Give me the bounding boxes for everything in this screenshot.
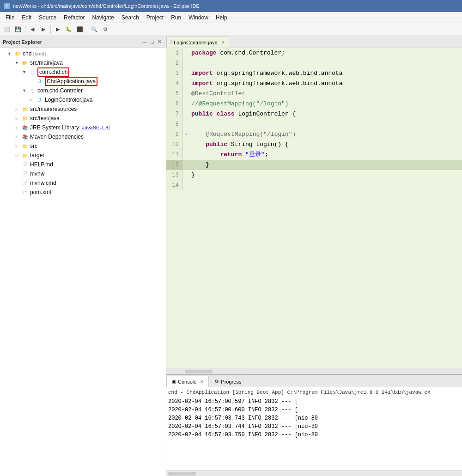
code-line-8: 8 xyxy=(166,119,462,129)
menu-search[interactable]: Search xyxy=(118,13,143,22)
console-content: chd - ChdApplication [Spring Boot App] C… xyxy=(166,387,462,470)
mvnw-icon: 📄 xyxy=(21,170,29,177)
tree-item-help-md[interactable]: ▷ 📄 HELP.md xyxy=(0,160,166,169)
tree-item-jre[interactable]: ▷ 📚 JRE System Library [JavaSE-1.8] xyxy=(0,123,166,132)
console-line-3: 2020-02-04 16:57:03.743 INFO 2832 --- [n… xyxy=(168,414,460,422)
editor-tab-close[interactable]: ✕ xyxy=(221,40,225,45)
editor-hscroll[interactable] xyxy=(166,368,462,374)
menu-window[interactable]: Window xyxy=(185,13,212,22)
toolbar-run[interactable]: ▶ xyxy=(53,24,63,35)
tree-label-src-main-resources: src/main/resources xyxy=(30,106,77,112)
console-tab[interactable]: ▣ Console ✕ xyxy=(166,376,209,387)
editor-tab-label: LoginControler.java xyxy=(174,40,218,45)
folder-icon-target: 📁 xyxy=(21,152,29,159)
tree-label-jre: JRE System Library [JavaSE-1.8] xyxy=(30,124,109,131)
toolbar-search[interactable]: 🔍 xyxy=(89,24,99,35)
tree-item-mvnw[interactable]: ▷ 📄 mvnw xyxy=(0,169,166,178)
code-line-9: 9 ◂ @RequestMapping("/login") xyxy=(166,129,462,140)
code-line-1: 1 package com.chd.Controler; xyxy=(166,48,462,58)
console-tab-close[interactable]: ✕ xyxy=(200,379,204,384)
progress-tab-label: Progress xyxy=(221,379,241,384)
main-area: Project Explorer — □ ✕ ▼ 📁 chd [boot] ▼ … xyxy=(0,36,462,476)
tree-item-src[interactable]: ▷ 📁 src xyxy=(0,141,166,151)
toolbar-back[interactable]: ◀ xyxy=(27,24,37,35)
toolbar-settings[interactable]: ⚙ xyxy=(100,24,110,35)
toolbar-sep-3 xyxy=(87,25,87,34)
tree-label-com-chd-controler: com.chd.Controler xyxy=(37,87,83,94)
toolbar-forward[interactable]: ▶ xyxy=(38,24,49,35)
folder-icon: 📂 xyxy=(21,59,29,67)
menu-run[interactable]: Run xyxy=(167,13,185,22)
project-explorer-panel: Project Explorer — □ ✕ ▼ 📁 chd [boot] ▼ … xyxy=(0,36,166,476)
toolbar-stop[interactable]: ⬛ xyxy=(75,24,85,35)
tree-item-chd[interactable]: ▼ 📁 chd [boot] xyxy=(0,49,166,58)
explorer-close[interactable]: ✕ xyxy=(156,39,163,45)
tree-label-pom-xml: pom.xml xyxy=(30,189,51,195)
console-line-2: 2020-02-04 16:57:00.600 INFO 2832 --- [ xyxy=(168,406,460,414)
toolbar-save[interactable]: 💾 xyxy=(13,24,23,35)
folder-icon-3: 📁 xyxy=(21,115,29,122)
tree-label-help-md: HELP.md xyxy=(30,161,53,168)
code-line-5: 5 @RestController xyxy=(166,89,462,99)
package-icon: ⬡ xyxy=(29,68,36,76)
progress-tab-icon: ⟳ xyxy=(215,378,219,384)
toolbar-debug[interactable]: 🐛 xyxy=(64,24,74,35)
tree-item-com-chd-ch[interactable]: ▼ ⬡ com.chd.ch xyxy=(0,67,166,77)
explorer-minimize[interactable]: — xyxy=(140,39,148,45)
explorer-buttons: — □ ✕ xyxy=(140,39,163,45)
tree-item-src-test-java[interactable]: ▷ 📁 src/test/java xyxy=(0,114,166,123)
bottom-hscroll[interactable] xyxy=(166,470,462,476)
tree-label-chd-application: ChdApplication.java xyxy=(45,78,97,85)
tree-item-pom-xml[interactable]: ▷ 🗋 pom.xml xyxy=(0,188,166,197)
tree-label-maven: Maven Dependencies xyxy=(30,134,84,140)
menu-file[interactable]: File xyxy=(2,13,18,22)
code-line-6: 6 //@RequestMapping("/login") xyxy=(166,99,462,109)
tree-label-target: target xyxy=(30,152,44,159)
tab-java-icon: J xyxy=(170,40,172,45)
console-line-5: 2020-02-04 16:57:03.750 INFO 2832 --- [n… xyxy=(168,431,460,439)
explorer-title: Project Explorer xyxy=(3,39,42,45)
menu-refactor[interactable]: Refactor xyxy=(60,13,88,22)
menu-navigate[interactable]: Navigate xyxy=(88,13,117,22)
tree-item-src-main-resources[interactable]: ▷ 📁 src/main/resources xyxy=(0,104,166,114)
code-line-3: 3 import org.springframework.web.bind.an… xyxy=(166,68,462,79)
editor-tabs: J LoginControler.java ✕ xyxy=(166,36,462,48)
explorer-header: Project Explorer — □ ✕ xyxy=(0,36,166,48)
md-icon: 📄 xyxy=(21,161,29,168)
progress-tab[interactable]: ⟳ Progress xyxy=(210,376,246,387)
tree-item-login-controler[interactable]: ▷ J LoginControler.java xyxy=(0,95,166,104)
menu-help[interactable]: Help xyxy=(212,13,231,22)
console-tab-label: Console xyxy=(178,379,196,384)
tree-item-maven[interactable]: ▷ 📚 Maven Dependencies xyxy=(0,132,166,141)
explorer-maximize[interactable]: □ xyxy=(149,39,155,45)
tree-item-com-chd-controler[interactable]: ▼ ⬡ com.chd.Controler xyxy=(0,86,166,95)
folder-icon-src: 📁 xyxy=(21,142,29,150)
folder-icon-2: 📁 xyxy=(21,105,29,113)
tree-item-src-main-java[interactable]: ▼ 📂 src/main/java xyxy=(0,58,166,67)
lib-icon: 📚 xyxy=(21,124,29,131)
tree-item-mvnw-cmd[interactable]: ▷ 📄 mvnw.cmd xyxy=(0,178,166,188)
code-editor[interactable]: 1 package com.chd.Controler; 2 3 import … xyxy=(166,48,462,368)
tree-label-com-chd-ch: com.chd.ch xyxy=(37,69,69,75)
toolbar-new[interactable]: ⬜ xyxy=(2,24,12,35)
tree-label-mvnw: mvnw xyxy=(30,171,44,177)
app-icon: E xyxy=(4,3,10,9)
bottom-panel: ▣ Console ✕ ⟳ Progress chd - ChdApplicat… xyxy=(166,374,462,476)
menu-project[interactable]: Project xyxy=(143,13,167,22)
tree-label-src-test-java: src/test/java xyxy=(30,115,60,122)
bottom-tabs: ▣ Console ✕ ⟳ Progress xyxy=(166,375,462,387)
tree-item-chd-application[interactable]: ▷ J ChdApplication.java xyxy=(0,77,166,86)
code-line-10: 10 public String Login() { xyxy=(166,140,462,150)
console-line-4: 2020-02-04 16:57:03.744 INFO 2832 --- [n… xyxy=(168,422,460,431)
menu-edit[interactable]: Edit xyxy=(18,13,35,22)
mvnw-cmd-icon: 📄 xyxy=(21,179,29,187)
menu-source[interactable]: Source xyxy=(35,13,60,22)
code-line-11: 11 return "登录"; xyxy=(166,150,462,160)
code-line-12: 12 } xyxy=(166,160,462,170)
editor-tab-login-controler[interactable]: J LoginControler.java ✕ xyxy=(166,37,230,48)
tree-label-chd: chd [boot] xyxy=(23,50,46,57)
project-icon: 📁 xyxy=(14,50,21,57)
console-line-1: 2020-02-04 16:57:00.597 INFO 2832 --- [ xyxy=(168,397,460,406)
tree-item-target[interactable]: ▷ 📁 target xyxy=(0,151,166,160)
explorer-tree: ▼ 📁 chd [boot] ▼ 📂 src/main/java ▼ ⬡ xyxy=(0,48,166,476)
